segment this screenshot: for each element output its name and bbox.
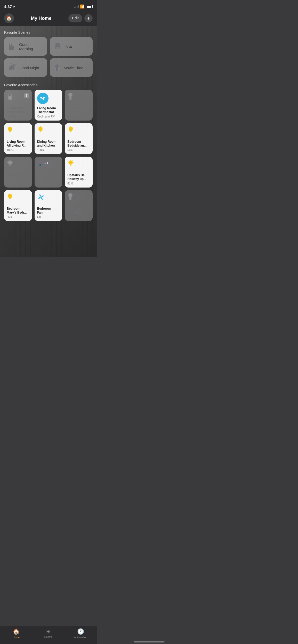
accessories-section-title: Favorite Accessories — [4, 83, 93, 87]
svg-rect-68 — [9, 199, 11, 199]
svg-rect-41 — [70, 131, 71, 132]
edit-button[interactable]: Edit — [68, 14, 82, 22]
acc-name: Bedroom Mary's Bedr... — [7, 207, 29, 215]
light-on-icon — [67, 126, 74, 135]
acc-info: Bedroom Bedside an... 56% — [67, 140, 90, 151]
accessory-apple-tv[interactable]: 📺 tv Living Room Apple TV — [35, 157, 62, 188]
scene-good-morning-label: Good Morning — [19, 42, 44, 51]
svg-point-40 — [69, 127, 73, 131]
svg-point-15 — [57, 65, 59, 67]
svg-point-58 — [69, 160, 73, 165]
acc-icon-row — [7, 193, 29, 202]
svg-rect-3 — [10, 43, 10, 44]
acc-status: Cooling to 73° — [37, 115, 60, 118]
svg-rect-25 — [9, 132, 11, 132]
accessory-basement-lights[interactable]: Basement Lights Servi... Off — [4, 157, 32, 188]
status-bar: 4:37 ➤ 📶 — [0, 0, 97, 11]
acc-icon-row — [7, 126, 29, 136]
scene-ps4-label: PS4 — [65, 45, 72, 49]
acc-info: Bedroom Mary's Bedr... 56% — [7, 207, 29, 218]
acc-info: Basement Lights Servi... Off — [7, 173, 29, 185]
svg-point-23 — [8, 127, 12, 131]
svg-rect-4 — [12, 42, 12, 43]
accessory-living-room-lights[interactable]: Living Room All Living R... 100% — [4, 123, 32, 154]
acc-info: Upstairs Ha... Hallway up... 61% — [67, 173, 90, 185]
accessory-dining-homepod[interactable]: Dining Room HomePod Paused — [65, 90, 93, 121]
acc-name: Basement Lights Servi... — [7, 173, 29, 181]
acc-info: Living Room Apple TV Paused — [37, 173, 60, 185]
accessory-dining-kitchen-lights[interactable]: Dining Room and Kitchen 100% — [35, 123, 62, 154]
svg-line-38 — [38, 127, 39, 128]
acc-info: Living Room All Living R... 100% — [7, 140, 29, 151]
acc-name: Living Room All Living R... — [7, 140, 29, 148]
svg-rect-50 — [9, 165, 11, 166]
acc-name: Upstairs Ha... Hallway up... — [67, 173, 90, 181]
nav-bar: 🏠 My Home Edit + — [0, 11, 97, 26]
scene-good-night[interactable]: Good Night — [4, 58, 47, 77]
acc-status: Paused — [67, 115, 90, 118]
svg-rect-42 — [70, 132, 71, 132]
accessory-living-room-lock[interactable]: ! Living Room Lock Mecha... Locked — [4, 90, 32, 121]
lock-icon — [7, 93, 13, 102]
acc-name: Bedroom HomePod — [67, 207, 90, 215]
acc-status: 100% — [7, 148, 29, 151]
scene-movie-time[interactable]: Movie Time — [50, 58, 93, 77]
page-title: My Home — [31, 16, 52, 21]
svg-point-77 — [69, 199, 72, 200]
svg-point-19 — [10, 97, 11, 98]
status-time: 4:37 ➤ — [4, 4, 15, 9]
svg-rect-8 — [59, 47, 60, 49]
location-icon: ➤ — [13, 5, 15, 8]
svg-line-36 — [42, 127, 43, 128]
svg-rect-60 — [70, 165, 71, 166]
svg-rect-67 — [9, 198, 11, 199]
scenes-grid: Good Morning PS4 — [4, 37, 93, 77]
acc-info: Bedroom HomePod Paused — [67, 207, 90, 218]
acc-name: Bedroom Fan — [37, 207, 60, 215]
accessory-bedroom-homepod[interactable]: Bedroom HomePod Paused — [65, 190, 93, 221]
acc-name: Dining Room HomePod — [67, 106, 90, 114]
svg-point-32 — [38, 127, 43, 131]
acc-info: Bedroom Fan On — [37, 207, 60, 218]
svg-rect-33 — [40, 131, 41, 132]
acc-info: Living Room Thermostat Cooling to 73° — [37, 106, 60, 118]
light-off-icon — [7, 160, 13, 170]
svg-line-64 — [69, 160, 69, 161]
svg-line-54 — [8, 160, 9, 161]
scenes-section-title: Favorite Scenes — [4, 30, 93, 35]
home-icon-button[interactable]: 🏠 — [4, 13, 14, 23]
scene-ps4[interactable]: PS4 — [50, 37, 93, 56]
svg-line-62 — [72, 160, 73, 161]
svg-point-66 — [8, 194, 12, 198]
accessory-upstairs-hallway[interactable]: Upstairs Ha... Hallway up... 61% — [65, 157, 93, 188]
light-on-icon — [7, 126, 13, 136]
accessory-bedroom-mary[interactable]: Bedroom Mary's Bedr... 56% — [4, 190, 32, 221]
svg-line-72 — [8, 194, 9, 194]
svg-rect-59 — [70, 165, 71, 165]
svg-text:tv: tv — [44, 162, 46, 164]
svg-marker-10 — [10, 63, 12, 64]
acc-name: Living Room Thermostat — [37, 106, 60, 114]
accessory-bedroom-fan[interactable]: Bedroom Fan On — [35, 190, 62, 221]
svg-point-20 — [68, 93, 73, 97]
add-button[interactable]: + — [84, 14, 93, 22]
light-on-icon — [37, 126, 44, 135]
popcorn-icon — [53, 63, 61, 73]
time-text: 4:37 — [4, 4, 12, 9]
appletv-icon: 📺 tv — [37, 160, 52, 167]
accessory-bedroom-bedside[interactable]: Bedroom Bedside an... 56% — [65, 123, 93, 154]
svg-rect-34 — [40, 132, 41, 132]
acc-icon-row — [67, 160, 90, 169]
acc-icon-row — [37, 193, 60, 203]
acc-info: Dining Room and Kitchen 100% — [37, 140, 60, 151]
content-area: Favorite Scenes Good Morning — [0, 26, 97, 231]
acc-status: Locked — [7, 115, 29, 118]
scene-good-morning[interactable]: Good Morning — [4, 37, 47, 56]
fan-icon — [37, 193, 45, 203]
accessory-thermostat[interactable]: 74° Living Room Thermostat Cooling to 73… — [35, 90, 62, 121]
svg-rect-6 — [55, 46, 60, 47]
signal-icon — [75, 5, 78, 8]
main-content: Favorite Scenes Good Morning — [0, 26, 97, 257]
scene-movie-time-label: Movie Time — [64, 66, 84, 70]
svg-point-74 — [40, 196, 42, 198]
